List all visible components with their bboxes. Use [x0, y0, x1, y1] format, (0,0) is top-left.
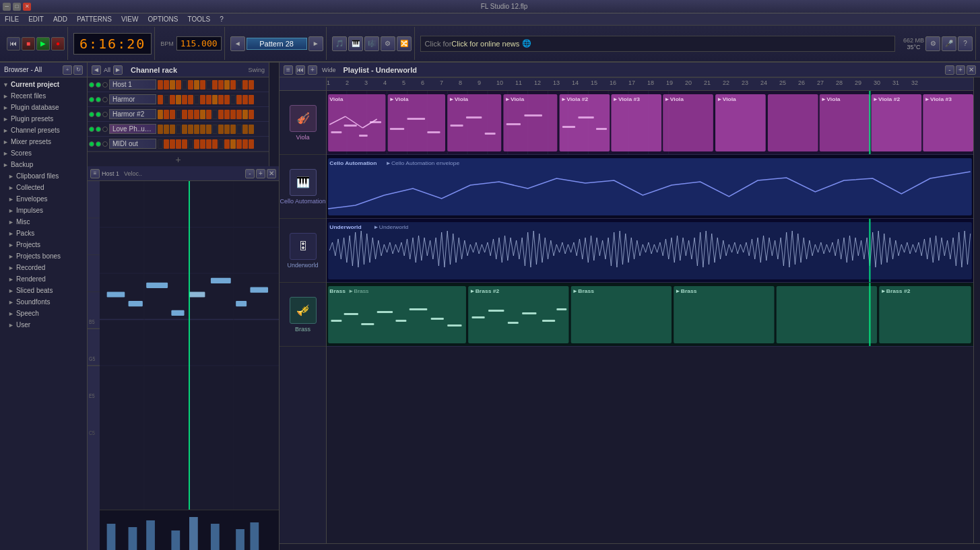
playlist-hscrollbar[interactable] [280, 543, 980, 550]
step[interactable] [230, 95, 236, 104]
step[interactable] [182, 139, 187, 149]
sidebar-item-speech[interactable]: ► Speech [0, 308, 87, 319]
step[interactable] [236, 125, 242, 134]
mic-button[interactable]: 🎤 [942, 36, 956, 51]
step[interactable] [170, 139, 175, 149]
step[interactable] [249, 139, 254, 149]
sidebar-item-collected[interactable]: ► Collected [0, 182, 87, 193]
piano-roll-zoom-in[interactable]: + [256, 169, 265, 178]
step[interactable] [249, 125, 254, 134]
track-row-underworld[interactable]: Underworld ►Underworld [327, 219, 973, 283]
step[interactable] [170, 125, 175, 134]
step[interactable] [206, 125, 211, 134]
channel-rack-nav-right[interactable]: ► [113, 65, 123, 75]
piano-roll-zoom-out[interactable]: - [245, 169, 255, 178]
step[interactable] [236, 139, 242, 149]
tool-btn-2[interactable]: 🎹 [348, 36, 363, 51]
stop-button[interactable]: ■ [22, 37, 35, 50]
channel-name[interactable]: MIDI out [109, 139, 156, 149]
tool-btn-4[interactable]: ⚙ [381, 36, 395, 51]
channel-active-led[interactable] [89, 112, 94, 117]
step[interactable] [170, 110, 175, 119]
channel-name[interactable]: Host 1 [109, 79, 156, 90]
step[interactable] [249, 80, 254, 90]
step[interactable] [236, 110, 242, 119]
step[interactable] [224, 139, 230, 149]
channel-name[interactable]: Harmor [109, 94, 156, 104]
menu-patterns[interactable]: PATTERNS [75, 15, 114, 24]
step[interactable] [194, 125, 199, 134]
channel-mute-led[interactable] [96, 82, 101, 88]
sidebar-item-recent-files[interactable]: ► Recent files [0, 90, 87, 102]
step[interactable] [176, 80, 181, 90]
channel-solo-led[interactable] [102, 112, 108, 117]
maximize-icon[interactable]: □ [13, 3, 21, 11]
step[interactable] [158, 80, 163, 90]
sidebar-item-clipboard-files[interactable]: ► Clipboard files [0, 170, 87, 182]
settings-button[interactable]: ⚙ [925, 36, 940, 51]
step[interactable] [188, 80, 193, 90]
piano-roll-menu[interactable]: ≡ [90, 169, 100, 178]
tool-btn-1[interactable]: 🎵 [332, 36, 347, 51]
sidebar-item-user[interactable]: ► User [0, 319, 87, 331]
step[interactable] [218, 80, 224, 90]
channel-mute-led[interactable] [96, 97, 101, 102]
step[interactable] [176, 95, 181, 104]
channel-active-led[interactable] [89, 82, 94, 88]
sidebar-item-plugin-database[interactable]: ► Plugin database [0, 102, 87, 113]
step[interactable] [230, 125, 236, 134]
sidebar-item-projects[interactable]: ► Projects [0, 239, 87, 250]
sidebar-item-scores[interactable]: ► Scores [0, 147, 87, 159]
step[interactable] [212, 139, 218, 149]
sidebar-item-sliced-beats[interactable]: ► Sliced beats [0, 285, 87, 296]
channel-solo-led[interactable] [102, 127, 108, 132]
step[interactable] [182, 95, 187, 104]
track-row-viola[interactable]: Viola ►Viola [327, 91, 973, 155]
step[interactable] [200, 95, 205, 104]
step[interactable] [212, 110, 218, 119]
step[interactable] [194, 110, 199, 119]
step[interactable] [188, 95, 193, 104]
question-button[interactable]: ? [958, 36, 973, 51]
channel-solo-led[interactable] [102, 82, 108, 88]
step[interactable] [164, 139, 169, 149]
channel-active-led[interactable] [89, 97, 94, 102]
playlist-menu[interactable]: ≡ [284, 65, 293, 75]
channel-name[interactable]: Love Ph..uency [109, 124, 156, 134]
sidebar-item-plugin-presets[interactable]: ► Plugin presets [0, 113, 87, 125]
step[interactable] [218, 95, 224, 104]
step[interactable] [242, 95, 248, 104]
playlist-rewind[interactable]: ⏮ [296, 65, 305, 75]
bpm-display[interactable]: 115.000 [176, 36, 222, 50]
step[interactable] [206, 110, 211, 119]
menu-file[interactable]: FILE [3, 15, 21, 24]
step[interactable] [194, 95, 199, 104]
playlist-close[interactable]: ✕ [967, 65, 976, 75]
step[interactable] [224, 95, 230, 104]
step[interactable] [242, 125, 248, 134]
step[interactable] [164, 110, 169, 119]
sidebar-item-mixer-presets[interactable]: ► Mixer presets [0, 136, 87, 147]
step[interactable] [242, 80, 248, 90]
step[interactable] [194, 80, 199, 90]
step[interactable] [200, 80, 205, 90]
step[interactable] [158, 95, 163, 104]
step[interactable] [230, 80, 236, 90]
sidebar-item-backup[interactable]: ► Backup [0, 159, 87, 170]
timeline-ruler[interactable]: // ruler marks done via iteration below … [327, 77, 973, 91]
step[interactable] [170, 95, 175, 104]
sidebar-item-envelopes[interactable]: ► Envelopes [0, 193, 87, 205]
minimize-icon[interactable]: ─ [3, 3, 11, 11]
step[interactable] [164, 125, 169, 134]
channel-rack-nav-left[interactable]: ◄ [92, 65, 101, 75]
step[interactable] [242, 110, 248, 119]
step[interactable] [200, 125, 205, 134]
step[interactable] [188, 125, 193, 134]
step[interactable] [182, 125, 187, 134]
step[interactable] [182, 110, 187, 119]
step[interactable] [218, 139, 224, 149]
step[interactable] [176, 139, 181, 149]
channel-name[interactable]: Harmor #2 [109, 109, 156, 119]
next-pattern-button[interactable]: ► [308, 36, 323, 51]
add-channel-button[interactable]: + [88, 151, 269, 166]
